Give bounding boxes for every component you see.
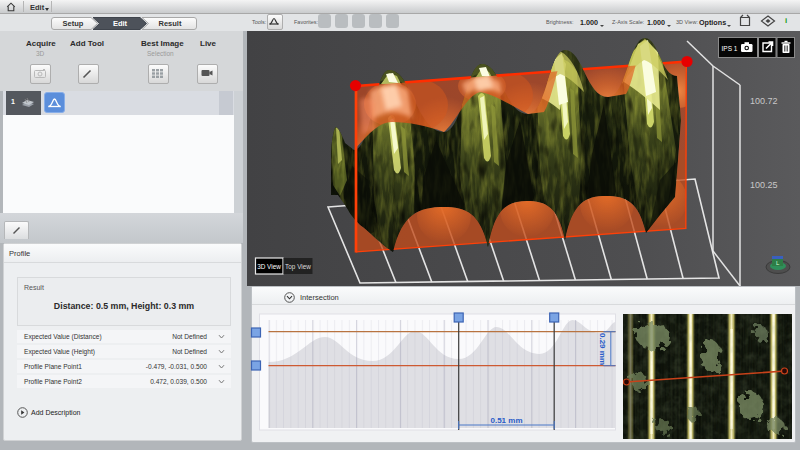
svg-text:Edit: Edit [113,19,128,28]
svg-text:Result: Result [159,19,182,28]
svg-text:0.51 mm: 0.51 mm [490,416,522,425]
svg-text:Setup: Setup [63,19,84,28]
svg-text:3D View: 3D View [257,263,281,270]
svg-text:Top View: Top View [285,263,311,271]
svg-text:100.25: 100.25 [750,180,778,190]
svg-text:0.29 mm: 0.29 mm [598,333,607,365]
svg-text:100.72: 100.72 [750,96,778,106]
svg-text:IPS 1: IPS 1 [722,45,738,52]
